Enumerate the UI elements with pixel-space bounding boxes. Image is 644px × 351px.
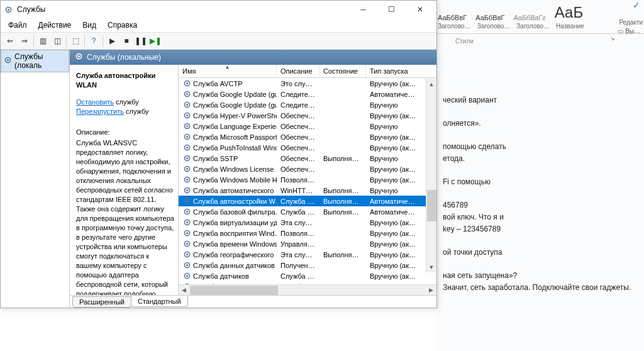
service-row[interactable]: Служба Google Update (gu…Следите за…Вруч… bbox=[179, 99, 436, 110]
tree-pane: Службы (локаль bbox=[1, 50, 70, 308]
service-state-cell: Выполняется bbox=[319, 187, 366, 194]
column-state[interactable]: Состояние bbox=[319, 65, 366, 77]
service-row[interactable]: Служба датчиковСлужба се…Вручную (ак… bbox=[179, 270, 436, 281]
menu-view[interactable]: Вид bbox=[77, 20, 101, 31]
service-name-cell: Служба времени Windows bbox=[193, 240, 277, 248]
scroll-left-icon: ◀ bbox=[179, 285, 189, 296]
service-desc-cell: Обеспечи… bbox=[277, 155, 319, 162]
service-row[interactable]: Служба AVCTPЭто служб…Вручную (ак… bbox=[179, 78, 436, 89]
restart-service-button[interactable]: ▶❚ bbox=[148, 34, 162, 48]
service-desc-cell: Это служб… bbox=[277, 80, 319, 87]
service-desc-cell: Обеспечи… bbox=[277, 165, 319, 173]
list-columns-header: Имя▲ Описание Состояние Тип запуска bbox=[179, 65, 436, 78]
service-row[interactable]: Служба географического …Эта служб…Выполн… bbox=[179, 249, 436, 260]
service-desc-cell: Эта служб… bbox=[277, 219, 319, 226]
service-row[interactable]: Служба Microsoft PassportОбеспечи…Вручну… bbox=[179, 131, 436, 142]
style-preview[interactable]: АаБбВвГг bbox=[513, 14, 545, 21]
service-icon bbox=[182, 229, 191, 238]
document-paragraph: ная сеть запущена»?Значит, сеть заработа… bbox=[443, 270, 644, 294]
style-preview[interactable]: АаБбВвГ bbox=[475, 14, 504, 21]
style-preview[interactable]: АаБ bbox=[555, 4, 583, 21]
svg-point-21 bbox=[186, 157, 187, 159]
export-button[interactable]: ⬚ bbox=[69, 34, 82, 48]
tab-extended[interactable]: Расширенный bbox=[72, 296, 131, 308]
menu-file[interactable]: Файл bbox=[3, 20, 32, 31]
column-description[interactable]: Описание bbox=[277, 65, 319, 77]
service-desc-cell: Служба ба… bbox=[277, 208, 319, 216]
menu-help[interactable]: Справка bbox=[103, 20, 142, 31]
services-list[interactable]: Служба AVCTPЭто служб…Вручную (ак…Служба… bbox=[179, 78, 436, 284]
svg-point-7 bbox=[186, 82, 187, 84]
titlebar[interactable]: Службы ─ ☐ ✕ bbox=[1, 1, 436, 18]
svg-point-31 bbox=[186, 211, 187, 213]
svg-point-41 bbox=[186, 264, 187, 266]
tree-item-services-local[interactable]: Службы (локаль bbox=[1, 50, 69, 72]
menu-action[interactable]: Действие bbox=[33, 20, 77, 31]
service-desc-cell: WinHTTP … bbox=[277, 187, 319, 194]
svg-point-19 bbox=[186, 147, 187, 148]
service-row[interactable]: Служба восприятия Wind…Позволяет…Вручную… bbox=[179, 228, 436, 238]
spellcheck-icon[interactable]: ✓ bbox=[633, 0, 640, 10]
service-desc-cell: Служба се… bbox=[277, 272, 319, 280]
service-desc-cell: Позволяет… bbox=[277, 176, 319, 184]
detail-pane: Служба автонастройки WLAN Остановить слу… bbox=[70, 65, 178, 295]
service-row[interactable]: Служба PushToInstall Wind…Обеспечи…Вручн… bbox=[179, 142, 436, 153]
svg-point-33 bbox=[186, 221, 187, 223]
service-name-cell: Служба Hyper-V PowerShe… bbox=[193, 112, 277, 120]
service-state-cell: Выполняется bbox=[319, 251, 366, 259]
service-icon bbox=[182, 261, 191, 270]
forward-button[interactable]: ⇒ bbox=[18, 34, 31, 48]
service-row[interactable]: Служба автонастройки W…Служба W…Выполняе… bbox=[179, 196, 436, 206]
service-row[interactable]: Служба времени WindowsУправляет…Вручную … bbox=[179, 238, 436, 249]
services-window: Службы ─ ☐ ✕ Файл Действие Вид Справка ⇐… bbox=[0, 0, 437, 308]
service-row[interactable]: Служба SSTPОбеспечи…ВыполняетсяВручную bbox=[179, 153, 436, 164]
service-icon bbox=[182, 250, 191, 259]
service-name-cell: Служба Microsoft Passport bbox=[193, 133, 277, 141]
back-button[interactable]: ⇐ bbox=[3, 34, 17, 48]
service-row[interactable]: Служба Hyper-V PowerShe…Обеспечи…Вручную… bbox=[179, 110, 436, 121]
service-name-cell: Служба Google Update (gu… bbox=[193, 101, 277, 109]
svg-point-3 bbox=[7, 59, 9, 61]
start-service-button[interactable]: ▶ bbox=[105, 34, 119, 48]
styles-group-label: Стили bbox=[455, 38, 474, 45]
scroll-up-icon: ▲ bbox=[426, 79, 436, 89]
select-icon[interactable]: ▭ Вы… bbox=[618, 28, 640, 35]
stop-service-link[interactable]: Остановить bbox=[76, 98, 114, 106]
pause-service-button[interactable]: ❚❚ bbox=[134, 34, 148, 48]
vertical-scrollbar[interactable]: ▲ ▼ bbox=[426, 79, 436, 272]
service-state-cell: Выполняется bbox=[319, 208, 366, 216]
maximize-button[interactable]: ☐ bbox=[377, 1, 406, 18]
properties-button[interactable]: ◫ bbox=[50, 34, 64, 48]
minimize-button[interactable]: ─ bbox=[349, 1, 377, 18]
tab-standard[interactable]: Стандартный bbox=[131, 296, 188, 307]
help-button[interactable]: ? bbox=[87, 34, 101, 48]
column-startup-type[interactable]: Тип запуска bbox=[366, 65, 436, 77]
svg-point-9 bbox=[186, 93, 187, 95]
stop-service-button[interactable]: ■ bbox=[119, 34, 133, 48]
service-row[interactable]: Служба базовой фильтра…Служба ба…Выполня… bbox=[179, 206, 436, 217]
menubar: Файл Действие Вид Справка bbox=[1, 18, 436, 32]
service-row[interactable]: Служба Google Update (gu…Следите за…Авто… bbox=[179, 89, 436, 99]
service-icon bbox=[182, 122, 191, 131]
service-row[interactable]: Служба данных датчиковПолучени…Вручную (… bbox=[179, 260, 436, 270]
document-paragraph: ческий вариант bbox=[443, 94, 644, 106]
view-tabs: Расширенный Стандартный bbox=[70, 295, 436, 308]
service-row[interactable]: Служба автоматического …WinHTTP …Выполня… bbox=[179, 185, 436, 196]
close-button[interactable]: ✕ bbox=[406, 1, 434, 18]
service-icon bbox=[182, 111, 191, 120]
svg-point-1 bbox=[7, 8, 9, 10]
service-row[interactable]: Служба Windows Mobile H…Позволяет…Вручну… bbox=[179, 174, 436, 185]
service-row[interactable]: Служба Windows License …Обеспечи…Вручную… bbox=[179, 164, 436, 174]
selected-service-name: Служба автонастройки WLAN bbox=[76, 71, 174, 90]
restart-service-link[interactable]: Перезапустить bbox=[76, 108, 124, 115]
service-name-cell: Служба Windows License … bbox=[193, 165, 277, 173]
service-desc-cell: Управляет… bbox=[277, 240, 319, 248]
horizontal-scrollbar[interactable]: ◀ ▶ bbox=[179, 284, 436, 295]
style-preview[interactable]: АаБбВвГ bbox=[438, 14, 467, 21]
show-hide-button[interactable]: ▥ bbox=[36, 34, 50, 48]
styles-expand-icon[interactable]: ↘ bbox=[610, 35, 615, 42]
column-name[interactable]: Имя▲ bbox=[179, 65, 277, 77]
service-row[interactable]: Служба Language Experien…Обеспечи…Вручну… bbox=[179, 121, 436, 131]
service-row[interactable]: Служба виртуализации уд…Эта служб…Вручну… bbox=[179, 217, 436, 228]
service-name-cell: Служба Google Update (gu… bbox=[193, 91, 277, 98]
